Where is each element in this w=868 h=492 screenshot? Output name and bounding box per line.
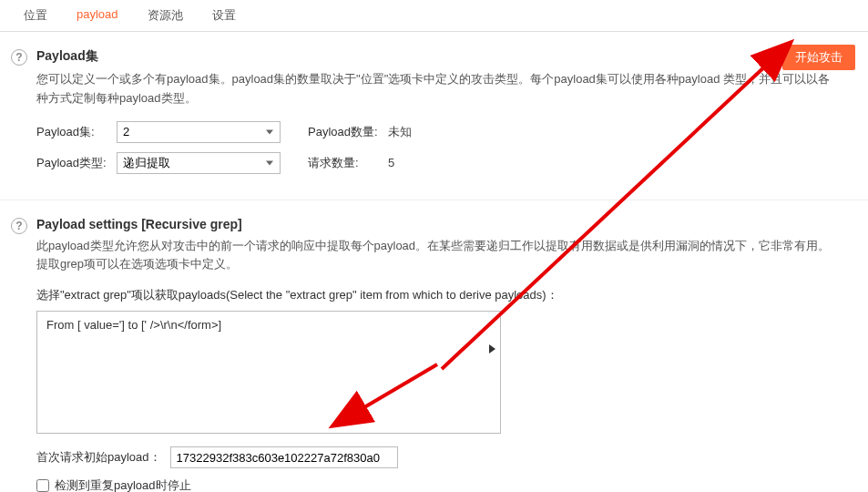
list-item[interactable]: From [ value='] to [' />\r\n</form>] bbox=[46, 317, 491, 333]
section-payload-settings: ? Payload settings [Recursive grep] 此pay… bbox=[0, 200, 868, 492]
request-count-value: 5 bbox=[388, 156, 394, 169]
payload-set-label: Payload集: bbox=[36, 124, 107, 140]
tab-payload[interactable]: payload bbox=[62, 0, 133, 31]
initial-payload-label: 首次请求初始payload： bbox=[36, 449, 161, 466]
section-title-payload-settings: Payload settings [Recursive grep] bbox=[36, 217, 841, 231]
extract-grep-label: 选择"extract grep"项以获取payloads(Select the … bbox=[36, 287, 841, 303]
tab-settings[interactable]: 设置 bbox=[198, 0, 250, 31]
payload-set-select[interactable]: 2 bbox=[117, 121, 281, 143]
payload-type-select[interactable]: 递归提取 bbox=[117, 152, 281, 174]
payload-count-label: Payload数量: bbox=[308, 124, 379, 140]
extract-grep-listbox[interactable]: From [ value='] to [' />\r\n</form>] bbox=[36, 311, 501, 434]
caret-right-icon bbox=[489, 344, 495, 354]
help-icon[interactable]: ? bbox=[11, 49, 27, 66]
tab-bar: 位置 payload 资源池 设置 bbox=[0, 0, 868, 32]
payload-type-label: Payload类型: bbox=[36, 155, 107, 171]
initial-payload-input[interactable] bbox=[170, 446, 398, 468]
stop-on-duplicate-label: 检测到重复payload时停止 bbox=[55, 477, 191, 492]
help-icon[interactable]: ? bbox=[11, 218, 27, 234]
section-payload-sets: 开始攻击 ? Payload集 您可以定义一个或多个有payload集。payl… bbox=[0, 32, 868, 200]
request-count-label: 请求数量: bbox=[308, 155, 379, 171]
tab-position[interactable]: 位置 bbox=[9, 0, 62, 31]
tab-resource-pool[interactable]: 资源池 bbox=[133, 0, 198, 31]
payload-count-value: 未知 bbox=[388, 124, 412, 140]
payload-settings-description: 此payload类型允许您从对攻击中的前一个请求的响应中提取每个payload。… bbox=[36, 237, 841, 275]
start-attack-button[interactable]: 开始攻击 bbox=[782, 45, 855, 70]
section-title-payload-sets: Payload集 bbox=[36, 48, 841, 65]
stop-on-duplicate-checkbox[interactable] bbox=[36, 479, 49, 492]
payload-sets-description: 您可以定义一个或多个有payload集。payload集的数量取决于"位置"选项… bbox=[36, 70, 841, 108]
